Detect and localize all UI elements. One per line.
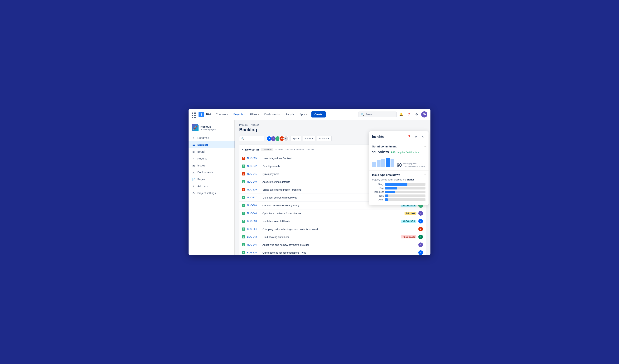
avatar-count[interactable]: +3: [283, 136, 289, 141]
sprint-points-value: 55 points: [372, 150, 389, 154]
sidebar-item-backlog[interactable]: ☰ Backlog: [189, 141, 234, 148]
chevron-down-icon: ▾: [298, 137, 299, 140]
sprint-title: New sprint: [245, 148, 259, 151]
sidebar-item-label: Roadmap: [197, 136, 209, 139]
breakdown-label: Bug: [372, 187, 384, 189]
nav-projects[interactable]: Projects ▾: [232, 112, 247, 117]
issue-summary: Multi-dest search UI web: [262, 220, 399, 223]
nav-people[interactable]: People: [284, 112, 296, 117]
chevron-down-icon: ▾: [328, 137, 329, 140]
sidebar-item-roadmap[interactable]: ≡ Roadmap: [189, 134, 234, 141]
insights-help-icon[interactable]: ❓: [406, 134, 412, 139]
breadcrumb-nucleus[interactable]: Nucleus: [251, 124, 259, 126]
sidebar-item-deployments[interactable]: ☁ Deployments: [189, 169, 234, 176]
breakdown-row: Tech debt: [372, 191, 425, 193]
issue-key: NUC-339: [247, 188, 261, 191]
sprint-commitment-section: Sprint commitment ▾ 55 points On target …: [369, 142, 429, 171]
nav-filters[interactable]: Filters ▾: [248, 112, 261, 117]
issue-breakdown-title[interactable]: Issue type breakdown ▾: [372, 173, 425, 176]
project-header: 🚀 Nucleus Software project: [189, 123, 234, 134]
sidebar-item-issues[interactable]: ▣ Issues: [189, 162, 234, 169]
search-icon: 🔍: [241, 137, 244, 140]
reports-icon: ↗: [192, 157, 196, 160]
breakdown-subtitle: Majority of this sprint's issues are Sto…: [372, 178, 425, 181]
top-nav: Jira Your work Projects ▾ Filters ▾ Dash…: [189, 109, 430, 120]
sidebar-item-reports[interactable]: ↗ Reports: [189, 155, 234, 162]
chevron-down-icon: ▾: [306, 113, 307, 115]
breakdown-row: Other: [372, 198, 425, 201]
insights-refresh-icon[interactable]: ↻: [413, 134, 419, 139]
jira-logo[interactable]: Jira: [198, 112, 211, 117]
sidebar-item-label: Project settings: [197, 192, 216, 195]
breakdown-label: Other: [372, 198, 384, 201]
avatar: J: [418, 227, 423, 231]
avg-points-num: 60: [397, 162, 402, 168]
breakdown-label: Task: [372, 195, 384, 197]
table-row[interactable]: S BUG-336 Quick booking for accomodation…: [239, 249, 426, 255]
backlog-search[interactable]: 🔍: [239, 136, 264, 141]
sidebar-item-add-item[interactable]: + Add item: [189, 183, 234, 190]
chevron-down-icon: ▾: [424, 174, 425, 176]
table-row[interactable]: S NUC-344 Optimize experience for mobile…: [239, 210, 426, 217]
insights-panel-header: Insights ❓ ↻ ✕: [369, 131, 429, 142]
table-row[interactable]: S BUG-354 Cshoping cart purchasing error…: [239, 225, 426, 233]
sprint-issue-count: 13 issues: [261, 148, 273, 151]
version-filter[interactable]: Version ▾: [317, 136, 332, 141]
bug-icon: B: [242, 157, 245, 160]
sidebar-item-board[interactable]: ⊞ Board: [189, 148, 234, 155]
avatar: H: [418, 211, 423, 216]
breakdown-bar: [385, 187, 397, 189]
issue-key: BUG-336: [247, 251, 261, 254]
breakdown-bar: [385, 195, 388, 197]
search-box[interactable]: 🔍 Search: [358, 112, 397, 117]
table-row[interactable]: S BUG-338 Multi-dest search UI web ACCOU…: [239, 217, 426, 225]
bug-icon: B: [242, 172, 245, 175]
epic-filter[interactable]: Epic ▾: [290, 136, 301, 141]
insights-close-icon[interactable]: ✕: [420, 134, 425, 139]
story-icon: S: [242, 165, 245, 168]
sprint-expand-icon[interactable]: ▾: [242, 148, 243, 151]
sidebar-item-pages[interactable]: 📄 Pages: [189, 176, 234, 183]
breakdown-list: Story Bug Tech debt Task Other: [372, 183, 425, 201]
avatar: M: [418, 250, 423, 255]
breadcrumb-projects[interactable]: Projects: [239, 124, 248, 126]
sprint-commitment-title[interactable]: Sprint commitment ▾: [372, 145, 425, 148]
table-row[interactable]: S NUC-346 Adapt web app no new payments …: [239, 241, 426, 249]
story-icon: S: [242, 227, 245, 231]
avatar[interactable]: JD: [421, 111, 427, 117]
settings-icon: ⚙: [192, 191, 196, 195]
breakdown-bar-bg: [385, 191, 425, 193]
insights-panel-title: Insights: [372, 135, 405, 139]
table-row[interactable]: S BUG-343 Fluid booking on tablets FEEDB…: [239, 233, 426, 241]
backlog-icon: ☰: [192, 143, 196, 147]
chevron-down-icon: ▾: [279, 113, 280, 115]
breakdown-row: Bug: [372, 187, 425, 189]
insights-panel: Insights ❓ ↻ ✕ Sprint commitment ▾ 55 po…: [369, 131, 429, 205]
avatar: K: [418, 235, 423, 239]
create-button[interactable]: Create: [311, 111, 326, 117]
pages-icon: 📄: [192, 177, 196, 181]
grid-menu-icon[interactable]: [192, 112, 197, 117]
issue-key: BUG-338: [247, 220, 261, 223]
sidebar-item-project-settings[interactable]: ⚙ Project settings: [189, 190, 234, 196]
label-filter[interactable]: Label ▾: [303, 136, 315, 141]
help-icon[interactable]: ❓: [406, 111, 412, 117]
sprint-dates: 3/Jan/19 02:59 PM • 7/Feb/19 02:59 PM: [275, 148, 314, 151]
nav-apps[interactable]: Apps ▾: [298, 112, 309, 117]
sprint-commitment-row: 55 points On target of 54-65 points: [372, 150, 425, 154]
chart-bar-2: [377, 160, 380, 167]
issue-key: NUC-340: [247, 181, 261, 183]
target-dot-icon: [391, 152, 393, 153]
project-sub: Software project: [200, 128, 231, 131]
notifications-icon[interactable]: 🔔: [398, 111, 404, 117]
jira-logo-text: Jira: [205, 112, 211, 116]
nav-dashboards[interactable]: Dashboards ▾: [262, 112, 282, 117]
issues-icon: ▣: [192, 164, 196, 168]
sidebar-item-label: Issues: [197, 164, 205, 167]
nav-your-work[interactable]: Your work: [214, 112, 230, 117]
settings-icon[interactable]: ⚙: [414, 111, 420, 117]
story-icon: S: [242, 196, 245, 199]
project-name: Nucleus: [200, 125, 231, 128]
issue-label: FEEDBACK: [401, 235, 416, 238]
story-icon: S: [242, 204, 245, 207]
